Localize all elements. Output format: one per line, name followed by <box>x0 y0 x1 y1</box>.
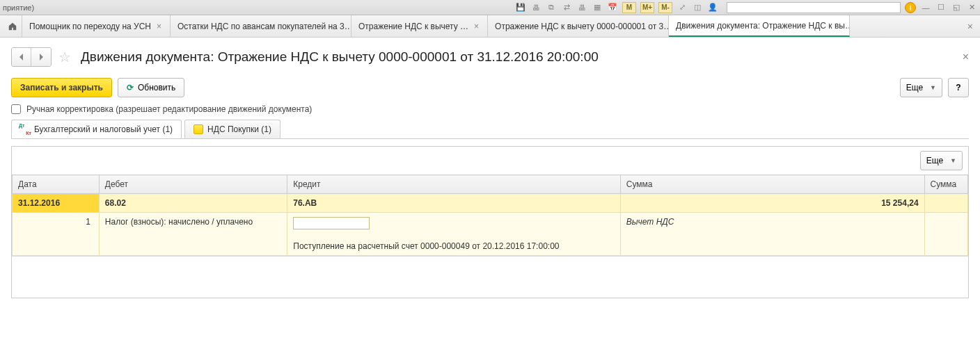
favorite-icon[interactable]: ☆ <box>58 49 74 65</box>
manual-edit-label: Ручная корректировка (разрешает редактир… <box>26 104 312 114</box>
print-icon[interactable]: 🖶 <box>530 2 542 13</box>
info-icon[interactable]: i <box>905 2 916 13</box>
subtab-vat[interactable]: НДС Покупки (1) <box>184 120 280 138</box>
cell-sum-desc: Вычет НДС <box>620 213 924 256</box>
col-date[interactable]: Дата <box>13 175 100 194</box>
cell-credit: 76.АВ <box>287 194 620 213</box>
system-toolbar: приятие) 💾 🖶 ⧉ ⇄ 🖶 ▦ 📅 M M+ M- ⤢ ◫ 👤 i —… <box>0 0 980 15</box>
close-icon[interactable]: × <box>155 22 163 31</box>
more-label: Еще <box>906 83 923 92</box>
close-window-icon[interactable]: ✕ <box>966 2 977 13</box>
save-icon[interactable]: 💾 <box>515 2 526 13</box>
col-debit[interactable]: Дебет <box>99 175 287 194</box>
col-sum[interactable]: Сумма <box>620 175 924 194</box>
page-header: ☆ Движения документа: Отражение НДС к вы… <box>11 47 969 67</box>
col-credit[interactable]: Кредит <box>287 175 620 194</box>
save-close-button[interactable]: Записать и закрыть <box>11 78 112 97</box>
subtab-accounting[interactable]: Бухгалтерский и налоговый учет (1) <box>11 120 182 138</box>
calc-icon[interactable]: ▦ <box>592 2 603 13</box>
refresh-button[interactable]: ⟳ Обновить <box>118 78 184 97</box>
calendar-icon[interactable]: 📅 <box>607 2 618 13</box>
tab-4[interactable]: Движения документа: Отражение НДС к вы… … <box>669 15 850 37</box>
more-button[interactable]: Еще ▼ <box>900 78 942 97</box>
app-caption: приятие) <box>3 3 34 12</box>
cell-sum2b <box>924 213 967 256</box>
tab-label: Помощник по переходу на УСН <box>29 22 151 31</box>
table-header-row: Дата Дебет Кредит Сумма Сумма <box>13 175 968 194</box>
table-subrow[interactable]: 1 Налог (взносы): начислено / уплачено П… <box>13 213 968 256</box>
document-icon <box>193 124 203 134</box>
cell-rownum: 1 <box>13 213 100 256</box>
m-plus-button[interactable]: M+ <box>640 2 654 13</box>
col-sum2[interactable]: Сумма <box>924 175 967 194</box>
m-button[interactable]: M <box>622 2 636 13</box>
cell-credit-desc: Поступление на расчетный счет 0000-00004… <box>293 241 559 251</box>
tab-0[interactable]: Помощник по переходу на УСН × <box>22 15 171 37</box>
page-title: Движения документа: Отражение НДС к выче… <box>81 49 599 65</box>
copy-icon[interactable]: ⧉ <box>546 2 557 13</box>
home-tab[interactable] <box>3 15 22 37</box>
cell-sum: 15 254,24 <box>620 194 924 213</box>
empty-field[interactable] <box>293 217 370 229</box>
m-minus-button[interactable]: M- <box>658 2 672 13</box>
dtkt-icon <box>20 124 30 134</box>
grid-more-button[interactable]: Еще ▼ <box>920 151 963 170</box>
zoom-icon[interactable]: ⤢ <box>677 2 688 13</box>
cell-date: 31.12.2016 <box>13 194 100 213</box>
action-bar: Записать и закрыть ⟳ Обновить Еще ▼ ? <box>11 78 969 97</box>
search-input[interactable] <box>727 2 901 13</box>
cell-debit: 68.02 <box>99 194 287 213</box>
tab-3[interactable]: Отражение НДС к вычету 0000-000001 от 3…… <box>488 15 669 37</box>
back-button[interactable] <box>12 48 31 66</box>
manual-edit-row: Ручная корректировка (разрешает редактир… <box>11 104 969 114</box>
tab-bar: Помощник по переходу на УСН × Остатки НД… <box>0 15 980 38</box>
tab-2[interactable]: Отражение НДС к вычету … × <box>351 15 488 37</box>
close-icon[interactable]: × <box>473 22 480 31</box>
tab-label: Отражение НДС к вычету … <box>358 22 468 31</box>
grid-empty-area <box>12 256 968 298</box>
table-row[interactable]: 31.12.2016 68.02 76.АВ 15 254,24 <box>13 194 968 213</box>
compare-icon[interactable]: ⇄ <box>561 2 572 13</box>
tab-label: Движения документа: Отражение НДС к вы… <box>676 21 850 31</box>
tabbar-close-icon[interactable]: × <box>967 21 973 32</box>
grid-more-label: Еще <box>926 156 943 165</box>
cell-credit-cell: Поступление на расчетный счет 0000-00004… <box>287 213 620 256</box>
print2-icon[interactable]: 🖶 <box>576 2 587 13</box>
subtab-bar: Бухгалтерский и налоговый учет (1) НДС П… <box>11 120 969 139</box>
refresh-icon: ⟳ <box>127 83 134 92</box>
nav-buttons <box>11 47 52 67</box>
chevron-down-icon: ▼ <box>930 84 936 91</box>
panel-icon[interactable]: ◫ <box>692 2 703 13</box>
page-close-icon[interactable]: × <box>963 51 969 63</box>
grid-panel: Еще ▼ Дата Дебет Кредит Сумма Сумма 31.1… <box>11 146 969 298</box>
maximize-icon[interactable]: ◱ <box>951 2 962 13</box>
chevron-down-icon: ▼ <box>950 157 956 164</box>
manual-edit-checkbox[interactable] <box>11 104 21 114</box>
restore-icon[interactable]: ☐ <box>935 2 947 13</box>
help-button[interactable]: ? <box>948 78 969 97</box>
refresh-label: Обновить <box>138 83 175 92</box>
user-icon[interactable]: 👤 <box>707 2 718 13</box>
tab-label: Остатки НДС по авансам покупателей на 3… <box>177 22 351 31</box>
subtab-label: НДС Покупки (1) <box>207 124 271 134</box>
cell-debit-desc: Налог (взносы): начислено / уплачено <box>99 213 287 256</box>
tab-label: Отражение НДС к вычету 0000-000001 от 3… <box>495 22 669 31</box>
tab-1[interactable]: Остатки НДС по авансам покупателей на 3…… <box>171 15 351 37</box>
minimize-icon[interactable]: — <box>920 2 931 13</box>
subtab-label: Бухгалтерский и налоговый учет (1) <box>34 124 173 134</box>
entries-table: Дата Дебет Кредит Сумма Сумма 31.12.2016… <box>12 175 968 256</box>
forward-button[interactable] <box>31 48 51 66</box>
cell-sum2 <box>924 194 967 213</box>
